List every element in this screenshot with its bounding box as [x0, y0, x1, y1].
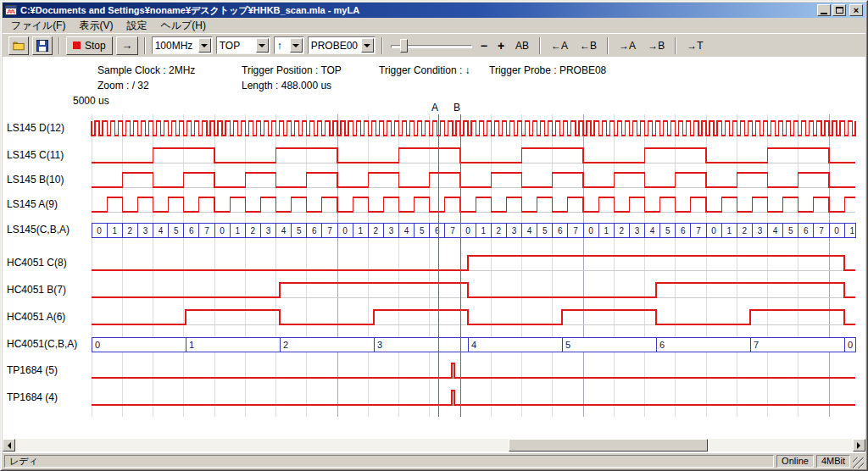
- svg-text:5: 5: [420, 226, 425, 236]
- svg-text:2: 2: [497, 226, 502, 236]
- svg-text:6: 6: [659, 340, 665, 350]
- svg-text:2: 2: [251, 226, 256, 236]
- svg-text:6: 6: [804, 226, 809, 236]
- svg-text:2: 2: [620, 226, 625, 236]
- horizontal-scrollbar[interactable]: [3, 439, 865, 452]
- svg-text:6: 6: [558, 226, 563, 236]
- svg-text:3: 3: [377, 340, 382, 350]
- svg-text:0: 0: [848, 340, 853, 350]
- svg-text:0: 0: [342, 226, 348, 236]
- svg-text:4: 4: [471, 340, 476, 350]
- arrow-left-icon: [4, 442, 11, 449]
- svg-text:4: 4: [527, 226, 532, 236]
- svg-text:4: 4: [159, 226, 164, 236]
- svg-text:0: 0: [834, 226, 839, 236]
- svg-text:5: 5: [297, 226, 302, 236]
- status-online-badge: Online: [776, 455, 814, 468]
- svg-text:7: 7: [204, 226, 209, 236]
- svg-text:4: 4: [281, 226, 287, 236]
- svg-text:3: 3: [389, 226, 394, 236]
- svg-text:0: 0: [465, 226, 470, 236]
- svg-text:3: 3: [512, 226, 517, 236]
- svg-text:0: 0: [711, 226, 716, 236]
- svg-text:6: 6: [435, 226, 440, 236]
- svg-text:7: 7: [327, 226, 332, 236]
- svg-text:6: 6: [312, 226, 317, 236]
- svg-text:5: 5: [788, 226, 793, 236]
- svg-text:2: 2: [283, 340, 288, 350]
- svg-text:7: 7: [450, 226, 455, 236]
- svg-text:1: 1: [849, 226, 854, 236]
- svg-text:5: 5: [542, 226, 548, 236]
- svg-text:1: 1: [235, 226, 240, 236]
- svg-text:1: 1: [358, 226, 363, 236]
- svg-text:7: 7: [819, 226, 824, 236]
- svg-text:5: 5: [174, 226, 179, 236]
- svg-text:3: 3: [143, 226, 148, 236]
- svg-text:1: 1: [112, 226, 117, 236]
- resize-grip[interactable]: [853, 457, 864, 468]
- svg-text:1: 1: [604, 226, 609, 236]
- svg-text:6: 6: [681, 226, 686, 236]
- svg-text:3: 3: [635, 226, 640, 236]
- status-memory-badge: 4MBit: [816, 455, 850, 468]
- scroll-track[interactable]: [15, 439, 853, 452]
- svg-text:1: 1: [726, 226, 732, 236]
- app-window: C:¥Documents and Settings¥noname¥デスクトップ¥…: [0, 0, 868, 471]
- svg-text:3: 3: [266, 226, 271, 236]
- svg-text:7: 7: [754, 340, 759, 350]
- svg-text:7: 7: [573, 226, 578, 236]
- svg-text:7: 7: [696, 226, 701, 236]
- svg-text:5: 5: [665, 226, 670, 236]
- svg-text:5: 5: [565, 340, 570, 350]
- scroll-left-button[interactable]: [3, 439, 15, 452]
- svg-text:0: 0: [220, 226, 225, 236]
- svg-text:2: 2: [743, 226, 748, 236]
- scroll-thumb[interactable]: [509, 439, 708, 452]
- svg-text:A: A: [431, 102, 438, 114]
- arrow-right-icon: [857, 442, 864, 449]
- svg-text:0: 0: [97, 226, 102, 236]
- waveform-plot[interactable]: 0123456701234567012345670123456701234567…: [0, 0, 868, 471]
- svg-text:3: 3: [758, 226, 763, 236]
- svg-text:4: 4: [650, 226, 655, 236]
- svg-text:2: 2: [374, 226, 379, 236]
- svg-text:1: 1: [481, 226, 486, 236]
- svg-text:6: 6: [189, 226, 194, 236]
- svg-text:1: 1: [189, 340, 194, 350]
- svg-text:0: 0: [588, 226, 593, 236]
- svg-text:2: 2: [128, 226, 133, 236]
- statusbar: レディ Online 4MBit: [3, 454, 865, 468]
- svg-text:B: B: [453, 102, 460, 114]
- svg-text:4: 4: [773, 226, 778, 236]
- svg-text:4: 4: [404, 226, 409, 236]
- svg-text:0: 0: [95, 340, 100, 350]
- status-message: レディ: [4, 455, 774, 468]
- scroll-right-button[interactable]: [853, 439, 865, 452]
